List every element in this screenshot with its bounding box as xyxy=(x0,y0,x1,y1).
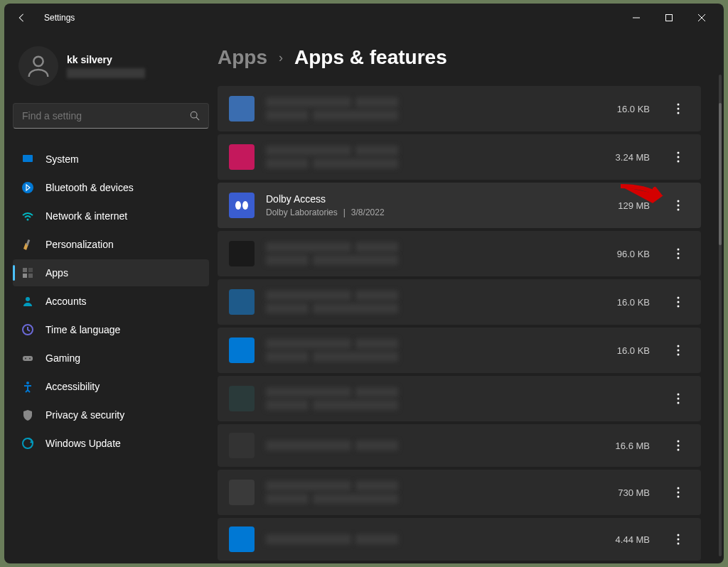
person-icon xyxy=(24,52,53,80)
more-options-button[interactable] xyxy=(667,146,690,168)
svg-point-35 xyxy=(678,253,680,255)
search-input[interactable] xyxy=(22,110,190,122)
svg-point-45 xyxy=(678,402,680,404)
apps-icon xyxy=(21,266,34,279)
svg-point-52 xyxy=(678,534,680,536)
svg-rect-7 xyxy=(23,155,33,162)
svg-point-25 xyxy=(678,152,680,154)
sidebar-item-windows-update[interactable]: Windows Update xyxy=(13,430,209,457)
scrollbar[interactable] xyxy=(719,75,722,556)
app-info xyxy=(266,97,606,120)
more-options-button[interactable] xyxy=(667,97,690,120)
app-info: Dolby AccessDolby Laboratories|3/8/2022 xyxy=(266,193,606,217)
sidebar-item-time-language[interactable]: Time & language xyxy=(13,316,209,343)
gamepad-icon xyxy=(21,352,34,364)
more-vertical-icon xyxy=(677,103,680,114)
profile-section[interactable]: kk silvery xyxy=(13,43,209,89)
app-size: 4.44 MB xyxy=(616,534,650,545)
app-size: 3.24 MB xyxy=(616,152,650,163)
app-name: Dolby Access xyxy=(266,193,606,205)
sidebar-item-network-internet[interactable]: Network & internet xyxy=(13,202,209,230)
nav-label: Accessibility xyxy=(46,381,100,392)
app-size: 16.0 KB xyxy=(617,104,650,114)
app-row[interactable]: 16.0 KB xyxy=(218,279,701,325)
bluetooth-icon xyxy=(21,181,34,194)
svg-point-40 xyxy=(678,345,680,347)
app-row[interactable]: 96.0 KB xyxy=(218,231,701,276)
sidebar: kk silvery SystemBluetooth & devicesNetw… xyxy=(4,32,218,563)
more-options-button[interactable] xyxy=(667,387,690,410)
more-options-button[interactable] xyxy=(667,194,690,217)
svg-point-39 xyxy=(678,306,680,308)
svg-point-47 xyxy=(678,445,680,447)
app-meta: Dolby Laboratories|3/8/2022 xyxy=(266,207,606,217)
sidebar-item-accessibility[interactable]: Accessibility xyxy=(13,373,209,400)
app-row[interactable]: 16.6 MB xyxy=(218,424,701,467)
more-options-button[interactable] xyxy=(667,339,690,362)
more-vertical-icon xyxy=(677,440,680,451)
svg-point-31 xyxy=(678,200,680,202)
sidebar-item-accounts[interactable]: Accounts xyxy=(13,288,209,315)
more-vertical-icon xyxy=(677,151,680,163)
back-button[interactable] xyxy=(10,6,33,29)
svg-point-54 xyxy=(678,543,680,545)
svg-point-32 xyxy=(678,205,680,207)
more-options-button[interactable] xyxy=(667,434,690,457)
chevron-right-icon: › xyxy=(279,50,283,65)
search-box[interactable] xyxy=(13,103,209,129)
svg-point-49 xyxy=(678,487,680,490)
content-area: kk silvery SystemBluetooth & devicesNetw… xyxy=(4,32,724,563)
app-icon xyxy=(229,241,255,266)
app-row[interactable]: 16.0 KB xyxy=(218,86,701,131)
app-row[interactable]: Dolby AccessDolby Laboratories|3/8/20221… xyxy=(218,183,701,228)
app-size: 96.0 KB xyxy=(617,249,650,259)
shield-icon xyxy=(21,409,34,421)
app-info xyxy=(266,291,606,313)
sidebar-item-gaming[interactable]: Gaming xyxy=(13,345,209,372)
app-row[interactable]: 730 MB xyxy=(218,470,701,515)
close-button[interactable] xyxy=(685,6,718,29)
titlebar: Settings xyxy=(4,4,724,32)
nav-label: Windows Update xyxy=(46,438,121,449)
more-vertical-icon xyxy=(677,393,680,404)
breadcrumb-parent[interactable]: Apps xyxy=(218,46,267,69)
sidebar-item-privacy-security[interactable]: Privacy & security xyxy=(13,401,209,428)
svg-point-33 xyxy=(678,209,680,211)
sidebar-item-bluetooth-devices[interactable]: Bluetooth & devices xyxy=(13,174,209,201)
app-row[interactable] xyxy=(218,376,701,421)
more-vertical-icon xyxy=(677,200,680,211)
app-row[interactable]: 3.24 MB xyxy=(218,134,701,180)
update-icon xyxy=(21,437,34,450)
profile-name: kk silvery xyxy=(67,54,145,65)
scrollbar-thumb[interactable] xyxy=(719,103,722,245)
sidebar-item-personalization[interactable]: Personalization xyxy=(13,231,209,258)
app-row[interactable]: 4.44 MB xyxy=(218,518,701,561)
svg-point-37 xyxy=(678,297,680,299)
app-size: 129 MB xyxy=(618,200,650,211)
more-options-button[interactable] xyxy=(667,291,690,313)
svg-point-18 xyxy=(25,358,26,360)
app-info xyxy=(266,387,638,410)
svg-point-34 xyxy=(678,249,680,251)
app-icon xyxy=(229,480,255,505)
avatar xyxy=(18,46,58,86)
nav-label: System xyxy=(46,153,79,165)
maximize-button[interactable] xyxy=(653,6,685,29)
main-panel: Apps › Apps & features 16.0 KB3.24 MBDol… xyxy=(218,32,724,563)
more-options-button[interactable] xyxy=(667,481,690,504)
more-options-button[interactable] xyxy=(667,528,690,551)
sidebar-item-apps[interactable]: Apps xyxy=(13,259,209,286)
app-icon xyxy=(229,144,255,170)
nav-label: Time & language xyxy=(46,324,120,335)
window-controls xyxy=(620,6,718,29)
profile-info: kk silvery xyxy=(67,54,145,78)
more-vertical-icon xyxy=(677,534,680,545)
minimize-button[interactable] xyxy=(620,6,653,29)
sidebar-item-system[interactable]: System xyxy=(13,146,209,173)
app-row[interactable]: 16.0 KB xyxy=(218,328,701,373)
more-options-button[interactable] xyxy=(667,242,690,265)
svg-point-38 xyxy=(678,301,680,303)
app-icon xyxy=(229,338,255,363)
svg-rect-17 xyxy=(23,356,33,361)
svg-point-29 xyxy=(235,201,241,210)
